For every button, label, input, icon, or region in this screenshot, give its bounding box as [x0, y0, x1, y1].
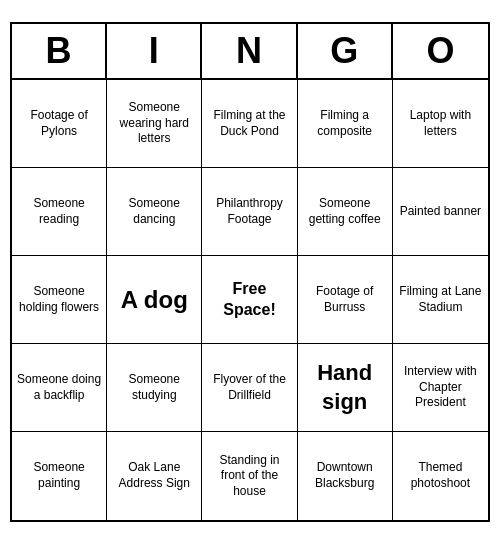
bingo-cell-18[interactable]: Hand sign — [298, 344, 393, 432]
bingo-cell-22[interactable]: Standing in front of the house — [202, 432, 297, 520]
bingo-cell-11[interactable]: A dog — [107, 256, 202, 344]
bingo-cell-5[interactable]: Someone reading — [12, 168, 107, 256]
bingo-cell-24[interactable]: Themed photoshoot — [393, 432, 488, 520]
bingo-cell-3[interactable]: Filming a composite — [298, 80, 393, 168]
bingo-cell-12[interactable]: Free Space! — [202, 256, 297, 344]
bingo-cell-19[interactable]: Interview with Chapter President — [393, 344, 488, 432]
bingo-cell-7[interactable]: Philanthropy Footage — [202, 168, 297, 256]
bingo-cell-10[interactable]: Someone holding flowers — [12, 256, 107, 344]
bingo-cell-4[interactable]: Laptop with letters — [393, 80, 488, 168]
bingo-cell-23[interactable]: Downtown Blacksburg — [298, 432, 393, 520]
bingo-cell-21[interactable]: Oak Lane Address Sign — [107, 432, 202, 520]
bingo-letter-o: O — [393, 24, 488, 78]
bingo-cell-20[interactable]: Someone painting — [12, 432, 107, 520]
bingo-cell-2[interactable]: Filming at the Duck Pond — [202, 80, 297, 168]
bingo-cell-0[interactable]: Footage of Pylons — [12, 80, 107, 168]
bingo-cell-13[interactable]: Footage of Burruss — [298, 256, 393, 344]
bingo-letter-g: G — [298, 24, 393, 78]
bingo-cell-15[interactable]: Someone doing a backflip — [12, 344, 107, 432]
bingo-grid: Footage of PylonsSomeone wearing hard le… — [12, 80, 488, 520]
bingo-cell-1[interactable]: Someone wearing hard letters — [107, 80, 202, 168]
bingo-letter-n: N — [202, 24, 297, 78]
bingo-cell-9[interactable]: Painted banner — [393, 168, 488, 256]
bingo-cell-17[interactable]: Flyover of the Drillfield — [202, 344, 297, 432]
bingo-header: BINGO — [12, 24, 488, 80]
bingo-letter-i: I — [107, 24, 202, 78]
bingo-letter-b: B — [12, 24, 107, 78]
bingo-card: BINGO Footage of PylonsSomeone wearing h… — [10, 22, 490, 522]
bingo-cell-16[interactable]: Someone studying — [107, 344, 202, 432]
bingo-cell-6[interactable]: Someone dancing — [107, 168, 202, 256]
bingo-cell-8[interactable]: Someone getting coffee — [298, 168, 393, 256]
bingo-cell-14[interactable]: Filming at Lane Stadium — [393, 256, 488, 344]
